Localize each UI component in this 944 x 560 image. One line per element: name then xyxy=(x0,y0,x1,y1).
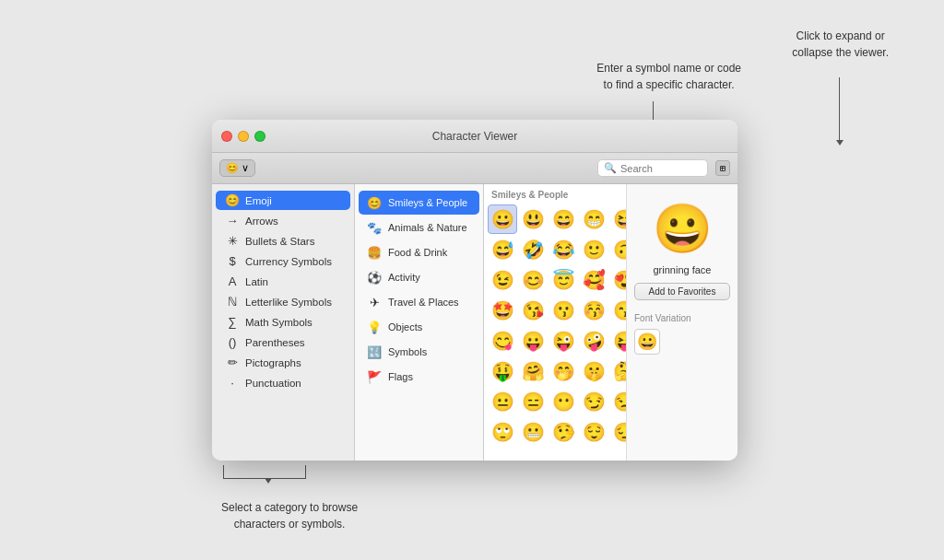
category-animals[interactable]: 🐾 Animals & Nature xyxy=(359,216,479,239)
category-label: Travel & Places xyxy=(388,297,459,308)
minimize-button[interactable] xyxy=(238,131,249,142)
maximize-button[interactable] xyxy=(254,131,266,142)
left-sidebar: 😊 Emoji → Arrows ✳ Bullets & Stars $ Cur… xyxy=(212,184,355,461)
sidebar-item-pictographs[interactable]: ✏ Pictographs xyxy=(216,353,350,372)
sidebar-item-math[interactable]: ∑ Math Symbols xyxy=(216,312,350,332)
emoji-cell[interactable]: 😗 xyxy=(549,296,578,325)
sidebar-item-label: Latin xyxy=(245,276,268,287)
sidebar-item-bullets[interactable]: ✳ Bullets & Stars xyxy=(216,231,350,251)
emoji-cell[interactable]: 😉 xyxy=(488,265,517,295)
currency-icon: $ xyxy=(225,254,240,268)
emoji-cell[interactable]: 😃 xyxy=(518,204,548,234)
emoji-cell[interactable]: 😒 xyxy=(609,387,627,416)
emoji-cell[interactable]: 🤣 xyxy=(518,235,548,264)
emoji-cell[interactable]: 😄 xyxy=(549,204,578,234)
category-label: Symbols xyxy=(388,346,427,357)
sidebar-item-arrows[interactable]: → Arrows xyxy=(216,211,350,230)
emoji-cell[interactable]: 😁 xyxy=(579,204,608,234)
sidebar-item-latin[interactable]: A Latin xyxy=(216,272,350,291)
sidebar-item-punctuation[interactable]: · Punctuation xyxy=(216,373,350,392)
emoji-cell[interactable]: 😅 xyxy=(488,235,517,264)
search-icon: 🔍 xyxy=(604,162,617,174)
sidebar-item-label: Punctuation xyxy=(245,378,301,389)
emoji-picker-button[interactable]: 😊 ∨ xyxy=(219,159,255,177)
emoji-cell[interactable]: 😏 xyxy=(579,387,608,416)
emoji-cell[interactable]: 😑 xyxy=(518,387,548,416)
food-icon: 🍔 xyxy=(366,244,383,261)
callout-top-middle: Enter a symbol name or code to find a sp… xyxy=(596,60,741,93)
emoji-icon: 😊 xyxy=(226,162,239,174)
emoji-cell[interactable]: 🤗 xyxy=(518,356,548,386)
search-input[interactable] xyxy=(620,163,694,174)
font-variation-cell[interactable]: 😀 xyxy=(634,329,660,355)
smileys-icon: 😊 xyxy=(366,194,383,211)
emoji-cell[interactable]: 🤪 xyxy=(579,326,608,356)
emoji-cell[interactable]: 🤔 xyxy=(609,356,627,386)
bullets-icon: ✳ xyxy=(225,234,240,248)
toolbar: 😊 ∨ 🔍 ⊞ xyxy=(212,153,738,184)
emoji-cell[interactable]: 🥰 xyxy=(579,265,608,295)
middle-panel: 😊 Smileys & People 🐾 Animals & Nature 🍔 … xyxy=(355,184,484,461)
emoji-cell[interactable]: 😌 xyxy=(579,417,608,447)
category-travel[interactable]: ✈ Travel & Places xyxy=(359,290,479,314)
animals-icon: 🐾 xyxy=(366,219,383,236)
sidebar-item-emoji[interactable]: 😊 Emoji xyxy=(216,191,350,210)
letterlike-icon: ℕ xyxy=(225,295,240,309)
emoji-cell[interactable]: 😘 xyxy=(518,296,548,325)
emoji-cell[interactable]: 😝 xyxy=(609,326,627,356)
category-label: Flags xyxy=(388,371,413,382)
emoji-cell[interactable]: 😋 xyxy=(488,326,517,356)
emoji-cell[interactable]: 😛 xyxy=(518,326,548,356)
title-bar: Character Viewer xyxy=(212,120,738,153)
emoji-cell[interactable]: 😶 xyxy=(549,387,578,416)
category-label: Smileys & People xyxy=(388,197,467,208)
category-objects[interactable]: 💡 Objects xyxy=(359,315,479,339)
sidebar-item-letterlike[interactable]: ℕ Letterlike Symbols xyxy=(216,292,350,311)
emoji-cell[interactable]: 😀 xyxy=(488,204,517,234)
window-controls xyxy=(221,131,266,142)
emoji-cell[interactable]: 🤭 xyxy=(549,356,578,386)
emoji-cell[interactable]: 😆 xyxy=(609,204,627,234)
category-flags[interactable]: 🚩 Flags xyxy=(359,365,479,389)
sidebar-item-label: Parentheses xyxy=(245,337,305,348)
symbols-icon: 🔣 xyxy=(366,344,383,360)
emoji-cell[interactable]: 😇 xyxy=(549,265,578,295)
character-viewer-window: Character Viewer 😊 ∨ 🔍 ⊞ 😊 Emoj xyxy=(212,120,738,461)
emoji-cell[interactable]: 🤥 xyxy=(549,417,578,447)
flags-icon: 🚩 xyxy=(366,368,383,385)
emoji-cell[interactable]: 😔 xyxy=(609,417,627,447)
category-symbols[interactable]: 🔣 Symbols xyxy=(359,340,479,364)
sidebar-item-label: Math Symbols xyxy=(245,317,313,328)
emoji-cell[interactable]: 😚 xyxy=(579,296,608,325)
emoji-cell[interactable]: 🤑 xyxy=(488,356,517,386)
emoji-cell[interactable]: 😙 xyxy=(609,296,627,325)
emoji-cell[interactable]: 😜 xyxy=(549,326,578,356)
detail-emoji-large: 😀 xyxy=(653,201,713,257)
emoji-cell[interactable]: 😬 xyxy=(518,417,548,447)
emoji-cell[interactable]: 😐 xyxy=(488,387,517,416)
sidebar-item-label: Letterlike Symbols xyxy=(245,297,332,308)
expand-button[interactable]: ⊞ xyxy=(715,160,730,176)
emoji-cell[interactable]: 🤫 xyxy=(579,356,608,386)
category-food[interactable]: 🍔 Food & Drink xyxy=(359,240,479,264)
main-content: 😊 Emoji → Arrows ✳ Bullets & Stars $ Cur… xyxy=(212,184,738,461)
category-smileys[interactable]: 😊 Smileys & People xyxy=(359,191,479,215)
arrows-icon: → xyxy=(225,214,240,228)
parentheses-icon: () xyxy=(225,335,240,349)
category-label: Activity xyxy=(388,272,420,283)
category-activity[interactable]: ⚽ Activity xyxy=(359,265,479,289)
sidebar-item-label: Pictographs xyxy=(245,357,301,368)
emoji-cell[interactable]: 🙂 xyxy=(579,235,608,264)
emoji-cell[interactable]: 🤩 xyxy=(488,296,517,325)
sidebar-item-parentheses[interactable]: () Parentheses xyxy=(216,332,350,352)
category-label: Food & Drink xyxy=(388,247,447,258)
emoji-cell[interactable]: 😊 xyxy=(518,265,548,295)
sidebar-item-currency[interactable]: $ Currency Symbols xyxy=(216,251,350,271)
emoji-cell[interactable]: 😍 xyxy=(609,265,627,295)
add-favorites-button[interactable]: Add to Favorites xyxy=(634,283,730,300)
punctuation-icon: · xyxy=(225,376,240,390)
emoji-cell[interactable]: 😂 xyxy=(549,235,578,264)
emoji-cell[interactable]: 🙄 xyxy=(488,417,517,447)
emoji-cell[interactable]: 🙃 xyxy=(609,235,627,264)
close-button[interactable] xyxy=(221,131,232,142)
